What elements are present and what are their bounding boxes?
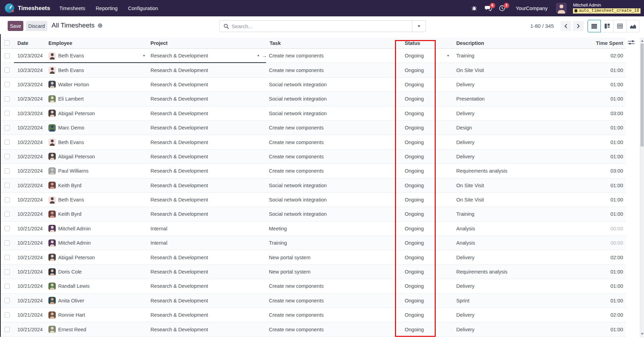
status-cell[interactable]: Ongoing▾	[397, 49, 451, 63]
table-row[interactable]: 10/23/2024Beth EvansResearch & Developme…	[0, 63, 626, 77]
table-row[interactable]: 10/22/2024Beth EvansResearch & Developme…	[0, 135, 626, 149]
discard-button[interactable]: Discard	[26, 21, 47, 31]
table-row[interactable]: 10/21/2024Mitchell AdminInternalMeetingO…	[0, 222, 626, 236]
employee-cell[interactable]: Abigail Peterson	[47, 250, 150, 264]
user-avatar[interactable]	[556, 3, 567, 14]
task-cell[interactable]: Social network integration	[268, 78, 397, 92]
search-dropdown-toggle[interactable]	[412, 21, 426, 32]
description-cell[interactable]: Delivery	[451, 322, 566, 336]
activities-clock-icon[interactable]: 3	[498, 5, 506, 12]
employee-cell[interactable]: Keith Byrd	[47, 179, 150, 192]
task-cell[interactable]: Create new components	[268, 121, 397, 135]
project-cell[interactable]: Research & Development	[150, 265, 268, 279]
row-checkbox[interactable]	[5, 140, 10, 145]
table-row[interactable]: 10/21/2024Randall LewisResearch & Develo…	[0, 279, 626, 293]
table-row[interactable]: 10/22/2024Beth EvansResearch & Developme…	[0, 193, 626, 207]
status-cell[interactable]: Ongoing	[397, 150, 451, 164]
status-cell[interactable]: Ongoing	[397, 193, 451, 207]
table-row[interactable]: 10/21/2024Ernest ReedResearch & Developm…	[0, 322, 626, 337]
search-input[interactable]	[232, 21, 412, 32]
row-checkbox[interactable]	[5, 183, 10, 188]
column-header-date[interactable]: Date	[14, 38, 47, 48]
row-checkbox[interactable]	[5, 298, 10, 303]
task-cell[interactable]: Create new components	[268, 322, 397, 336]
project-cell[interactable]: Research & Development	[150, 78, 268, 92]
employee-cell[interactable]: Paul Williams	[47, 164, 150, 178]
time-spent-cell[interactable]: 02:00	[566, 49, 626, 63]
status-cell[interactable]: Ongoing	[397, 265, 451, 279]
task-cell[interactable]: Create new components	[268, 150, 397, 164]
employee-cell[interactable]: Beth Evans	[47, 193, 150, 207]
project-cell[interactable]: Research & Development	[150, 308, 268, 322]
description-cell[interactable]: Sprint	[451, 294, 566, 308]
time-spent-cell[interactable]: 01:00	[566, 322, 626, 336]
description-cell[interactable]: Training	[451, 207, 566, 221]
row-checkbox[interactable]	[5, 313, 10, 318]
task-cell[interactable]: Create new components	[268, 63, 397, 77]
pager-next-button[interactable]	[573, 21, 584, 31]
date-cell[interactable]: 10/22/2024	[14, 150, 47, 164]
status-cell[interactable]: Ongoing	[397, 135, 451, 149]
employee-cell[interactable]: Keith Byrd	[47, 207, 150, 221]
time-spent-cell[interactable]: 01:00	[566, 279, 626, 293]
task-cell[interactable]: Social network integration	[268, 106, 397, 120]
description-cell[interactable]: Analysis	[451, 222, 566, 236]
row-checkbox[interactable]	[5, 82, 10, 87]
project-cell[interactable]: Research & Development	[150, 279, 268, 293]
time-spent-cell[interactable]: 03:00	[566, 164, 626, 178]
description-cell[interactable]: Presentation	[451, 92, 566, 106]
table-row[interactable]: 10/23/2024Walter HortonResearch & Develo…	[0, 78, 626, 92]
date-cell[interactable]: 10/22/2024	[14, 135, 47, 149]
row-checkbox[interactable]	[5, 226, 10, 231]
status-cell[interactable]: Ongoing	[397, 308, 451, 322]
row-checkbox[interactable]	[5, 111, 10, 116]
date-cell[interactable]: 10/22/2024	[14, 193, 47, 207]
project-cell[interactable]: Research & Development	[150, 164, 268, 178]
employee-cell[interactable]: Ernest Reed	[47, 322, 150, 336]
employee-cell[interactable]: Abigail Peterson	[47, 106, 150, 120]
description-cell[interactable]: Design	[451, 121, 566, 135]
table-row[interactable]: 10/21/2024Doris ColeResearch & Developme…	[0, 265, 626, 279]
row-checkbox[interactable]	[5, 125, 10, 131]
timesheets-app-icon[interactable]	[5, 3, 14, 13]
employee-cell[interactable]: Beth Evans	[47, 135, 150, 149]
caret-down-icon[interactable]: ▾	[257, 54, 259, 57]
pivot-view-button[interactable]	[613, 20, 627, 32]
task-cell[interactable]: Create new components▾	[268, 49, 397, 63]
employee-cell[interactable]: Beth Evans	[47, 63, 150, 77]
project-cell[interactable]: Research & Development	[150, 135, 268, 149]
row-checkbox[interactable]	[5, 68, 10, 73]
date-cell[interactable]: 10/21/2024	[14, 222, 47, 236]
pager-previous-button[interactable]	[560, 21, 571, 31]
status-cell[interactable]: Ongoing	[397, 63, 451, 77]
description-cell[interactable]: Analysis	[451, 236, 566, 250]
time-spent-cell[interactable]: 01:00	[566, 63, 626, 77]
caret-down-icon[interactable]: ▾	[143, 54, 145, 57]
menu-reporting[interactable]: Reporting	[96, 6, 118, 11]
time-spent-cell[interactable]: 01:00	[566, 294, 626, 308]
table-row[interactable]: 10/21/2024Abigail PetersonResearch & Dev…	[0, 250, 626, 264]
table-row[interactable]: 10/22/2024Marc DemoResearch & Developmen…	[0, 121, 626, 135]
project-cell[interactable]: Research & Development▾→	[150, 49, 268, 63]
status-cell[interactable]: Ongoing	[397, 207, 451, 221]
description-cell[interactable]: Requirements analysis	[451, 164, 566, 178]
employee-cell[interactable]: Mitchell Admin	[47, 236, 150, 250]
gear-icon[interactable]	[98, 23, 103, 28]
table-row[interactable]: 10/21/2024Anita OliverResearch & Develop…	[0, 294, 626, 308]
time-spent-cell[interactable]: 01:00	[566, 179, 626, 192]
date-cell[interactable]: 10/22/2024	[14, 207, 47, 221]
time-spent-cell[interactable]: 01:00	[566, 121, 626, 135]
date-cell[interactable]: 10/23/2024	[14, 106, 47, 120]
column-header-status[interactable]: Status	[397, 38, 451, 48]
description-cell[interactable]: On Site Visit	[451, 63, 566, 77]
date-cell[interactable]: 10/21/2024	[14, 250, 47, 264]
user-menu[interactable]: Mitchell Admin auto_timesheet_create_18	[573, 3, 641, 14]
task-cell[interactable]: New portal system	[268, 265, 397, 279]
row-checkbox[interactable]	[5, 284, 10, 289]
date-cell[interactable]: 10/23/2024	[14, 78, 47, 92]
row-checkbox[interactable]	[5, 212, 10, 217]
date-cell[interactable]: 10/23/2024	[14, 63, 47, 77]
time-spent-cell[interactable]: 01:00	[566, 207, 626, 221]
column-header-description[interactable]: Description	[451, 38, 566, 48]
scrollbar-thumb[interactable]	[641, 44, 644, 147]
